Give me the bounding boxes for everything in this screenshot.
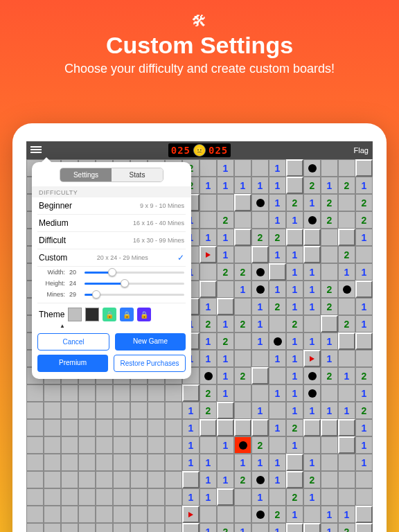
board-cell[interactable] — [182, 471, 200, 488]
board-cell[interactable] — [355, 281, 373, 298]
board-cell[interactable]: 1 — [303, 298, 321, 315]
board-cell[interactable]: 1 — [355, 229, 373, 246]
board-cell[interactable] — [234, 298, 251, 315]
board-cell[interactable]: 1 — [286, 384, 303, 402]
board-cell[interactable] — [234, 194, 251, 211]
theme-locked[interactable]: 🔒 — [103, 308, 116, 321]
board-cell[interactable] — [44, 523, 61, 532]
slider-track[interactable] — [85, 283, 184, 285]
board-cell[interactable]: 1 — [269, 454, 286, 471]
board-cell[interactable] — [200, 159, 217, 177]
board-cell[interactable] — [251, 471, 269, 488]
board-cell[interactable]: 1 — [269, 211, 286, 229]
board-cell[interactable] — [321, 315, 338, 332]
board-cell[interactable] — [26, 384, 44, 402]
board-cell[interactable] — [321, 229, 338, 246]
board-cell[interactable] — [338, 194, 355, 211]
board-cell[interactable] — [182, 384, 200, 402]
board-cell[interactable] — [303, 506, 321, 523]
theme-locked[interactable]: 🔒 — [137, 308, 151, 321]
board-cell[interactable] — [355, 488, 373, 506]
board-cell[interactable] — [338, 332, 355, 350]
board-cell[interactable] — [200, 246, 217, 263]
board-cell[interactable] — [113, 384, 130, 402]
board-cell[interactable] — [234, 211, 251, 229]
board-cell[interactable] — [321, 246, 338, 263]
difficulty-medium[interactable]: Medium 16 x 16 - 40 Mines — [37, 215, 186, 232]
board-cell[interactable]: 1 — [303, 281, 321, 298]
board-cell[interactable] — [303, 350, 321, 367]
board-cell[interactable]: 2 — [355, 402, 373, 419]
board-cell[interactable] — [269, 263, 286, 281]
board-cell[interactable] — [338, 471, 355, 488]
board-cell[interactable]: 1 — [321, 402, 338, 419]
board-cell[interactable] — [165, 436, 182, 454]
board-cell[interactable] — [303, 384, 321, 402]
board-cell[interactable]: 1 — [269, 159, 286, 177]
board-cell[interactable]: 2 — [286, 419, 303, 436]
board-cell[interactable] — [148, 488, 165, 506]
board-cell[interactable] — [355, 350, 373, 367]
board-cell[interactable]: 1 — [217, 350, 234, 367]
board-cell[interactable] — [286, 177, 303, 194]
board-cell[interactable] — [113, 471, 130, 488]
board-cell[interactable] — [165, 471, 182, 488]
flag-button[interactable]: Flag — [327, 146, 369, 154]
board-cell[interactable] — [269, 436, 286, 454]
board-cell[interactable] — [338, 229, 355, 246]
board-cell[interactable] — [44, 506, 61, 523]
board-cell[interactable] — [165, 488, 182, 506]
board-cell[interactable]: 1 — [251, 488, 269, 506]
board-cell[interactable]: 2 — [200, 315, 217, 332]
board-cell[interactable] — [303, 436, 321, 454]
board-cell[interactable]: 1 — [338, 402, 355, 419]
board-cell[interactable] — [113, 454, 130, 471]
board-cell[interactable] — [303, 246, 321, 263]
board-cell[interactable]: 1 — [217, 315, 234, 332]
board-cell[interactable]: 2 — [321, 211, 338, 229]
board-cell[interactable] — [321, 384, 338, 402]
board-cell[interactable]: 2 — [217, 523, 234, 532]
board-cell[interactable]: 2 — [234, 315, 251, 332]
board-cell[interactable] — [26, 488, 44, 506]
board-cell[interactable]: 1 — [286, 350, 303, 367]
board-cell[interactable]: 1 — [251, 332, 269, 350]
tab-stats[interactable]: Stats — [112, 168, 163, 181]
board-cell[interactable] — [234, 159, 251, 177]
board-cell[interactable] — [113, 488, 130, 506]
board-cell[interactable]: 1 — [251, 298, 269, 315]
board-cell[interactable] — [321, 159, 338, 177]
board-cell[interactable]: 1 — [303, 194, 321, 211]
theme-swatch-light[interactable] — [68, 308, 82, 321]
board-cell[interactable] — [269, 402, 286, 419]
board-cell[interactable]: 1 — [182, 419, 200, 436]
board-cell[interactable]: 1 — [355, 298, 373, 315]
board-cell[interactable]: 1 — [269, 281, 286, 298]
board-cell[interactable] — [113, 419, 130, 436]
board-cell[interactable] — [44, 488, 61, 506]
board-cell[interactable] — [182, 523, 200, 532]
board-cell[interactable] — [130, 419, 148, 436]
board-cell[interactable] — [217, 488, 234, 506]
board-cell[interactable]: 1 — [286, 367, 303, 384]
board-cell[interactable]: 1 — [286, 506, 303, 523]
board-cell[interactable] — [96, 384, 113, 402]
board-cell[interactable] — [234, 229, 251, 246]
board-cell[interactable]: 1 — [355, 436, 373, 454]
board-cell[interactable] — [200, 211, 217, 229]
board-cell[interactable]: 1 — [269, 194, 286, 211]
board-cell[interactable] — [286, 471, 303, 488]
board-cell[interactable] — [321, 263, 338, 281]
board-cell[interactable] — [234, 384, 251, 402]
board-cell[interactable] — [113, 506, 130, 523]
board-cell[interactable] — [113, 402, 130, 419]
board-cell[interactable] — [303, 367, 321, 384]
board-cell[interactable]: 1 — [286, 281, 303, 298]
board-cell[interactable]: 1 — [182, 488, 200, 506]
board-cell[interactable] — [286, 159, 303, 177]
board-cell[interactable]: 2 — [286, 488, 303, 506]
board-cell[interactable]: 1 — [269, 384, 286, 402]
board-cell[interactable]: 1 — [355, 263, 373, 281]
board-cell[interactable] — [303, 211, 321, 229]
board-cell[interactable] — [303, 419, 321, 436]
